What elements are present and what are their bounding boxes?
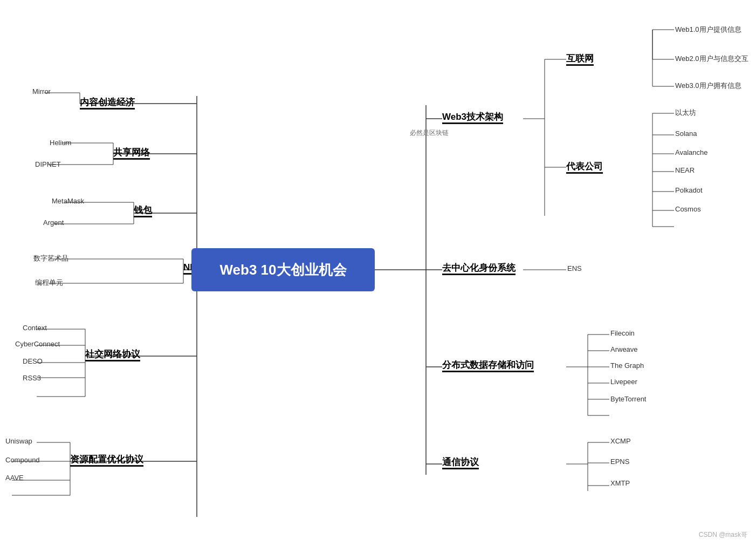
- polkadot-item: Polkadot: [675, 186, 703, 194]
- ens-item: ENS: [567, 264, 582, 272]
- near-item: NEAR: [675, 166, 695, 174]
- cosmos-item: Cosmos: [675, 205, 701, 213]
- label-content: 内容创造经济: [80, 96, 135, 108]
- internet-label: 互联网: [566, 53, 594, 66]
- uniswap-item: Uniswap: [5, 437, 32, 445]
- xmtp-item: XMTP: [610, 479, 630, 487]
- label-company: 代表公司: [566, 160, 603, 173]
- bittorrent-item: ByteTorrent: [610, 395, 646, 403]
- web3tech-label: Web3技术架构: [442, 112, 503, 124]
- livepeer-item: Livepeer: [610, 378, 637, 386]
- mirror-item: Mirror: [32, 87, 51, 95]
- resource-label: 资源配置优化协议: [70, 454, 143, 467]
- argent-item: Argent: [43, 219, 64, 227]
- avalanche-item: Avalanche: [675, 148, 707, 156]
- label-comm: 通信协议: [442, 456, 479, 468]
- sublabel-blockchain: 必然是区块链: [410, 128, 449, 138]
- dipnet-item: DIPNET: [35, 160, 61, 168]
- deso-item: DESO: [23, 357, 43, 365]
- label-wallet: 钱包: [134, 204, 152, 216]
- label-storage: 分布式数据存储和访问: [442, 359, 534, 371]
- compound-item: Compound: [5, 456, 40, 464]
- wallet-label: 钱包: [134, 205, 152, 217]
- watermark: CSDN @mask哥: [699, 530, 747, 540]
- label-social: 社交网络协议: [85, 348, 140, 360]
- content-label: 内容创造经济: [80, 97, 135, 110]
- social-label: 社交网络协议: [85, 349, 140, 361]
- center-node: Web3 10大创业机会: [191, 248, 375, 291]
- web2-item: Web2.0用户与信息交互: [675, 54, 748, 64]
- rss3-item: RSS3: [23, 374, 41, 382]
- label-web3tech: Web3技术架构: [442, 111, 503, 123]
- storage-label: 分布式数据存储和访问: [442, 360, 534, 372]
- metamask-item: MetaMask: [52, 197, 84, 205]
- shared-label: 共享网络: [113, 147, 150, 160]
- comm-label: 通信协议: [442, 457, 479, 469]
- label-internet: 互联网: [566, 52, 594, 65]
- epns-item: EPNS: [610, 458, 629, 466]
- cyberconnect-item: CyberConnect: [15, 340, 60, 348]
- context-item: Context: [23, 324, 47, 332]
- ethereum-item: 以太坊: [675, 108, 696, 118]
- thegraph-item: The Graph: [610, 361, 644, 370]
- solana-item: Solana: [675, 129, 697, 138]
- label-resource: 资源配置优化协议: [70, 453, 143, 466]
- filecoin-item: Filecoin: [610, 329, 635, 337]
- prog-unit-item: 编程单元: [35, 278, 63, 288]
- center-label: Web3 10大创业机会: [219, 261, 346, 279]
- company-label: 代表公司: [566, 161, 603, 174]
- helium-item: Helium: [50, 139, 71, 147]
- identity-label: 去中心化身份系统: [442, 263, 516, 275]
- web3-item: Web3.0用户拥有信息: [675, 81, 741, 91]
- label-identity: 去中心化身份系统: [442, 262, 516, 274]
- arweave-item: Arweave: [610, 345, 638, 353]
- digital-art-item: 数字艺术品: [33, 254, 68, 263]
- web1-item: Web1.0用户提供信息: [675, 25, 741, 35]
- aave-item: AAVE: [5, 474, 24, 482]
- label-shared: 共享网络: [113, 146, 150, 159]
- xcmp-item: XCMP: [610, 437, 631, 445]
